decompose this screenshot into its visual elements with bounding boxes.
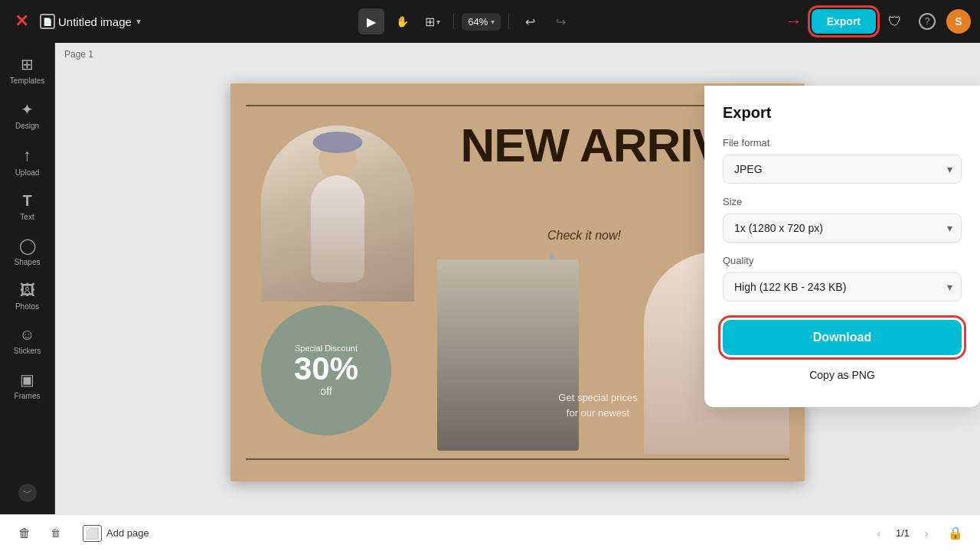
page-label: Page 1 (64, 49, 93, 60)
sidebar-item-templates[interactable]: ⊞ Templates (5, 49, 51, 91)
sidebar-item-stickers[interactable]: ☺ Stickers (5, 320, 51, 361)
redo-button[interactable]: ↪ (547, 8, 573, 34)
sidebar-label-design: Design (15, 122, 39, 130)
discount-suffix: off (320, 385, 332, 397)
document-title: Untitled image (58, 15, 132, 28)
undo-button[interactable]: ↩ (517, 8, 543, 34)
sidebar-item-photos[interactable]: 🖼 Photos (5, 276, 51, 317)
stickers-icon: ☺ (19, 326, 34, 344)
sidebar-label-frames: Frames (15, 392, 41, 400)
shield-icon: 🛡 (888, 14, 902, 30)
text-icon: T (22, 192, 31, 210)
separator2 (508, 14, 509, 29)
content-area: ⊞ Templates ✦ Design ↑ Upload T Text ◯ S… (0, 43, 980, 514)
quality-select-wrapper: High (122 KB - 243 KB) Medium Low ▾ (723, 272, 962, 302)
tool-center: ▶ ✋ ⊞ ▾ 64% ▾ ↩ ↪ (153, 8, 779, 34)
export-panel-title: Export (723, 104, 962, 122)
photos-icon: 🖼 (20, 282, 35, 299)
trash-icon: 🗑 (18, 527, 31, 540)
page-counter: 1/1 (896, 527, 910, 539)
sidebar: ⊞ Templates ✦ Design ↑ Upload T Text ◯ S… (0, 43, 55, 514)
lock-button[interactable]: 🔒 (943, 521, 968, 546)
sidebar-item-frames[interactable]: ▣ Frames (5, 364, 51, 406)
zoom-value: 64% (468, 16, 488, 28)
sidebar-label-templates: Templates (10, 77, 45, 85)
file-format-select[interactable]: JPEG PNG PDF SVG (723, 155, 962, 184)
bottom-divider-line (246, 458, 789, 460)
hand-tool-button[interactable]: ✋ (389, 8, 415, 34)
quality-select[interactable]: High (122 KB - 243 KB) Medium Low (723, 272, 962, 302)
undo-icon: ↩ (525, 15, 535, 29)
prev-page-button[interactable]: ‹ (868, 523, 890, 544)
templates-icon: ⊞ (21, 55, 34, 73)
sidebar-item-shapes[interactable]: ◯ Shapes (5, 230, 51, 272)
zoom-chevron-icon: ▾ (491, 18, 495, 26)
hand-icon: ✋ (396, 15, 409, 28)
sidebar-label-upload: Upload (15, 168, 40, 177)
export-panel: Export File format JPEG PNG PDF SVG ▾ Si… (704, 86, 980, 407)
select-icon: ▶ (367, 15, 376, 29)
title-chevron-icon[interactable]: ▾ (136, 16, 141, 27)
avatar[interactable]: S (946, 9, 971, 34)
shield-button[interactable]: 🛡 (882, 8, 908, 34)
page-navigation: ‹ 1/1 › 🔒 (868, 521, 968, 546)
frame-tool-button[interactable]: ⊞ ▾ (420, 8, 446, 34)
sidebar-item-design[interactable]: ✦ Design (5, 94, 51, 136)
sidebar-label-stickers: Stickers (14, 347, 41, 355)
trash-button[interactable]: 🗑 (12, 521, 37, 546)
shapes-icon: ◯ (19, 236, 36, 255)
frames-icon: ▣ (20, 370, 34, 389)
sidebar-item-text[interactable]: T Text (5, 186, 51, 227)
zoom-control[interactable]: 64% ▾ (462, 13, 501, 31)
file-format-select-wrapper: JPEG PNG PDF SVG ▾ (723, 155, 962, 184)
help-button[interactable]: ? (914, 8, 940, 34)
model-photo-1 (261, 126, 414, 302)
quality-label: Quality (723, 255, 962, 266)
topbar-right: → Export 🛡 ? S (786, 8, 971, 34)
size-select[interactable]: 1x (980 x 551 px) 2x (2560 x 1440 px) (723, 214, 962, 243)
expand-icon: ﹀ (23, 487, 32, 500)
delete-icon: 🗑 (51, 527, 60, 539)
copy-png-button[interactable]: Copy as PNG (723, 361, 962, 389)
file-icon: 📄 (40, 14, 55, 29)
discount-value: 30% (294, 353, 358, 385)
bottom-bar: 🗑 🗑 ⬜ Add page ‹ 1/1 › 🔒 (0, 514, 980, 551)
help-icon: ? (919, 13, 936, 30)
add-page-button[interactable]: ⬜ Add page (74, 520, 158, 546)
title-area[interactable]: 📄 Untitled image ▾ (40, 14, 141, 29)
add-page-icon: ⬜ (83, 525, 102, 542)
frame-chevron-icon: ▾ (436, 18, 440, 26)
design-icon: ✦ (21, 100, 34, 119)
redo-icon: ↪ (556, 15, 566, 29)
frame-icon: ⊞ (425, 15, 435, 29)
select-tool-button[interactable]: ▶ (358, 8, 384, 34)
lock-icon: 🔒 (948, 526, 963, 540)
promo-text: Get special prices for our newest (552, 390, 644, 420)
size-select-wrapper: 1x (980 x 551 px) 2x (2560 x 1440 px) ▾ (723, 214, 962, 243)
logo-icon[interactable]: ✕ (9, 9, 34, 34)
download-button[interactable]: Download (723, 320, 962, 355)
discount-circle: Special Discount 30% off (261, 305, 391, 435)
avatar-letter: S (955, 15, 962, 28)
sidebar-label-text: Text (20, 213, 34, 221)
canvas-subheading: Check it now! (547, 229, 621, 243)
arrow-indicator-icon: → (786, 11, 802, 31)
delete-button[interactable]: 🗑 (43, 521, 67, 546)
file-format-label: File format (723, 137, 962, 148)
separator (453, 14, 454, 29)
export-button[interactable]: Export (812, 9, 876, 34)
prev-page-icon: ‹ (877, 527, 881, 540)
sidebar-label-photos: Photos (15, 302, 39, 311)
next-page-button[interactable]: › (916, 523, 937, 544)
sidebar-expand-button[interactable]: ﹀ (18, 484, 37, 502)
add-page-label: Add page (106, 527, 149, 539)
topbar: ✕ 📄 Untitled image ▾ ▶ ✋ ⊞ ▾ 64% ▾ (0, 0, 980, 43)
size-label: Size (723, 196, 962, 207)
model-photo-2 (437, 259, 579, 451)
sidebar-label-shapes: Shapes (15, 258, 41, 266)
upload-icon: ↑ (23, 145, 31, 165)
sidebar-item-upload[interactable]: ↑ Upload (5, 139, 51, 183)
next-page-icon: › (925, 527, 929, 540)
